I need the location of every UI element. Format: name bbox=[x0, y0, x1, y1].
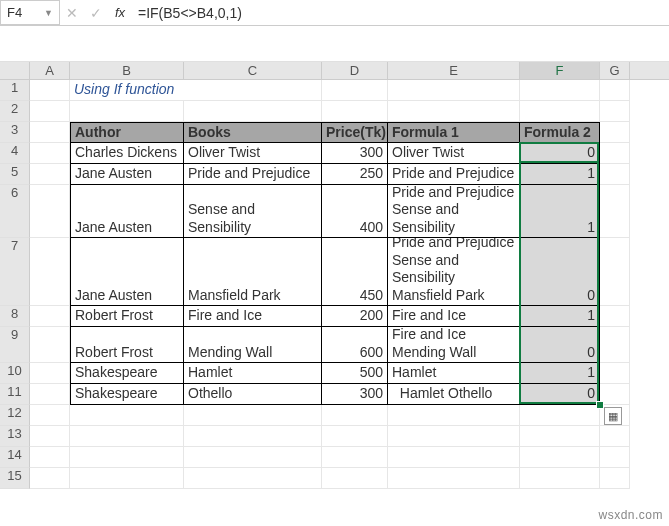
cell[interactable] bbox=[600, 468, 630, 489]
cell-formula2[interactable]: 0 bbox=[520, 143, 600, 164]
autofill-options-icon[interactable]: ▦ bbox=[604, 407, 622, 425]
header-formula1[interactable]: Formula 1 bbox=[388, 122, 520, 143]
row-header[interactable]: 1 bbox=[0, 80, 30, 101]
cell[interactable] bbox=[30, 143, 70, 164]
cell-price[interactable]: 400 bbox=[322, 185, 388, 238]
col-header-g[interactable]: G bbox=[600, 62, 630, 79]
cell-author[interactable]: Jane Austen bbox=[70, 164, 184, 185]
cell[interactable] bbox=[600, 80, 630, 101]
cell[interactable] bbox=[70, 426, 184, 447]
cell[interactable] bbox=[322, 447, 388, 468]
row-header[interactable]: 14 bbox=[0, 447, 30, 468]
cell[interactable] bbox=[600, 384, 630, 405]
cell[interactable] bbox=[388, 101, 520, 122]
cell-price[interactable]: 300 bbox=[322, 143, 388, 164]
cell[interactable] bbox=[600, 426, 630, 447]
cell[interactable] bbox=[600, 101, 630, 122]
cell[interactable] bbox=[70, 101, 184, 122]
cell[interactable] bbox=[322, 468, 388, 489]
row-header[interactable]: 8 bbox=[0, 306, 30, 327]
cell-formula1[interactable]: Pride and Prejudice bbox=[388, 164, 520, 185]
col-header-f[interactable]: F bbox=[520, 62, 600, 79]
row-header[interactable]: 12 bbox=[0, 405, 30, 426]
cell[interactable] bbox=[30, 122, 70, 143]
cell[interactable] bbox=[322, 426, 388, 447]
cell[interactable] bbox=[600, 363, 630, 384]
confirm-icon[interactable]: ✓ bbox=[84, 0, 108, 25]
col-header-b[interactable]: B bbox=[70, 62, 184, 79]
cell[interactable] bbox=[30, 327, 70, 363]
row-header[interactable]: 7 bbox=[0, 238, 30, 306]
cell-formula2[interactable]: 1 bbox=[520, 363, 600, 384]
cell[interactable] bbox=[184, 468, 322, 489]
cell-author[interactable]: Jane Austen bbox=[70, 238, 184, 306]
cell[interactable] bbox=[600, 143, 630, 164]
cell[interactable] bbox=[322, 405, 388, 426]
fill-handle[interactable] bbox=[596, 401, 604, 409]
cell-books[interactable]: Pride and Prejudice bbox=[184, 164, 322, 185]
cell-formula1[interactable]: Oliver Twist bbox=[388, 143, 520, 164]
row-header[interactable]: 11 bbox=[0, 384, 30, 405]
cell[interactable] bbox=[520, 80, 600, 101]
row-header[interactable]: 15 bbox=[0, 468, 30, 489]
cell[interactable] bbox=[30, 468, 70, 489]
cell-books[interactable]: Mansfield Park bbox=[184, 238, 322, 306]
cell[interactable] bbox=[388, 405, 520, 426]
cell[interactable] bbox=[30, 185, 70, 238]
cell-books[interactable]: Sense and Sensibility bbox=[184, 185, 322, 238]
cell[interactable] bbox=[30, 306, 70, 327]
cell-formula1[interactable]: Pride and Prejudice Sense and Sensibilit… bbox=[388, 185, 520, 238]
cell-author[interactable]: Charles Dickens bbox=[70, 143, 184, 164]
cell[interactable] bbox=[30, 164, 70, 185]
worksheet[interactable]: A B C D E F G 1 2 3 456789101112131415 U… bbox=[0, 62, 669, 489]
cell-formula2[interactable]: 1 bbox=[520, 185, 600, 238]
row-header[interactable]: 2 bbox=[0, 101, 30, 122]
cell[interactable] bbox=[322, 80, 388, 101]
cell[interactable] bbox=[30, 363, 70, 384]
cancel-icon[interactable]: ✕ bbox=[60, 0, 84, 25]
cell[interactable] bbox=[184, 101, 322, 122]
cell[interactable] bbox=[600, 122, 630, 143]
cell[interactable] bbox=[388, 447, 520, 468]
cell-formula2[interactable]: 1 bbox=[520, 164, 600, 185]
fx-icon[interactable]: fx bbox=[108, 0, 132, 25]
header-price[interactable]: Price(Tk) bbox=[322, 122, 388, 143]
cell[interactable] bbox=[520, 405, 600, 426]
col-header-c[interactable]: C bbox=[184, 62, 322, 79]
cell-price[interactable]: 500 bbox=[322, 363, 388, 384]
cell[interactable] bbox=[520, 101, 600, 122]
row-header[interactable]: 10 bbox=[0, 363, 30, 384]
cell[interactable] bbox=[30, 426, 70, 447]
cell-formula2[interactable]: 1 bbox=[520, 306, 600, 327]
cell[interactable] bbox=[184, 447, 322, 468]
cell[interactable] bbox=[70, 447, 184, 468]
cell-author[interactable]: Robert Frost bbox=[70, 306, 184, 327]
cell-author[interactable]: Shakespeare bbox=[70, 363, 184, 384]
cell[interactable] bbox=[600, 164, 630, 185]
cell[interactable] bbox=[600, 238, 630, 306]
cell[interactable] bbox=[388, 426, 520, 447]
cell[interactable] bbox=[388, 468, 520, 489]
title-cell[interactable]: Using If function bbox=[70, 80, 322, 101]
cell-author[interactable]: Jane Austen bbox=[70, 185, 184, 238]
cell[interactable] bbox=[520, 447, 600, 468]
cell-formula1[interactable]: Fire and Ice Mending Wall bbox=[388, 327, 520, 363]
cell[interactable] bbox=[520, 426, 600, 447]
cell[interactable] bbox=[70, 468, 184, 489]
cell-books[interactable]: Othello bbox=[184, 384, 322, 405]
cell-books[interactable]: Mending Wall bbox=[184, 327, 322, 363]
cell-books[interactable]: Oliver Twist bbox=[184, 143, 322, 164]
cell[interactable] bbox=[600, 306, 630, 327]
col-header-d[interactable]: D bbox=[322, 62, 388, 79]
cell-formula1[interactable]: Fire and Ice bbox=[388, 306, 520, 327]
formula-input[interactable] bbox=[132, 0, 669, 25]
cell[interactable] bbox=[30, 238, 70, 306]
cell[interactable] bbox=[600, 447, 630, 468]
row-header[interactable]: 13 bbox=[0, 426, 30, 447]
row-header[interactable]: 5 bbox=[0, 164, 30, 185]
cell-formula1[interactable]: Hamlet Othello bbox=[388, 384, 520, 405]
cell-price[interactable]: 450 bbox=[322, 238, 388, 306]
row-header[interactable]: 4 bbox=[0, 143, 30, 164]
cell[interactable] bbox=[30, 384, 70, 405]
cell-price[interactable]: 250 bbox=[322, 164, 388, 185]
